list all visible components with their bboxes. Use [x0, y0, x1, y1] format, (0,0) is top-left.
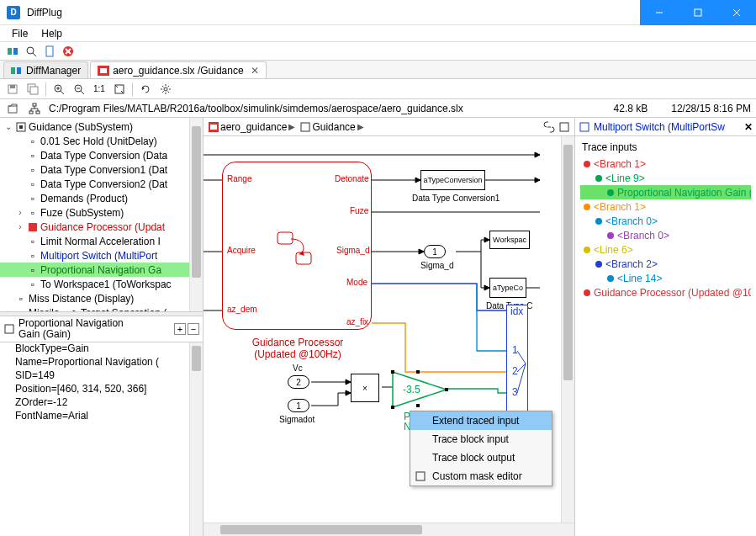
- tree-item[interactable]: ▫Demands (Product): [0, 191, 203, 205]
- block-sigma-d-port[interactable]: 1: [424, 245, 446, 258]
- block-dtc[interactable]: aTypeConversion: [420, 170, 485, 190]
- properties-header: Proportional Navigation Gain (Gain) + −: [0, 316, 203, 342]
- tree-root[interactable]: ⌄ Guidance (SubSystem): [0, 119, 203, 134]
- block-label: Data Type Conversion1: [412, 194, 500, 203]
- document-icon[interactable]: [42, 44, 57, 59]
- property-row[interactable]: SID=149: [0, 369, 203, 383]
- expand-all-button[interactable]: +: [174, 323, 186, 335]
- ctx-custom-mask-editor[interactable]: Custom mask editor: [410, 467, 552, 486]
- svg-rect-43: [36, 111, 40, 114]
- trace-row[interactable]: <Branch 1>: [580, 199, 751, 214]
- property-row[interactable]: FontName=Arial: [0, 410, 203, 423]
- open-file-icon[interactable]: [5, 101, 20, 116]
- trace-label: <Branch 0>: [617, 230, 669, 241]
- ctx-trace-block-input[interactable]: Trace block input: [410, 430, 552, 448]
- collapse-all-button[interactable]: −: [188, 323, 199, 335]
- trace-row[interactable]: <Line 9>: [580, 171, 751, 185]
- diagram-canvas[interactable]: Guidance Processor(Updated @100Hz) Range…: [204, 136, 574, 521]
- trace-row[interactable]: <Line 14>: [580, 271, 751, 285]
- tree-item[interactable]: ▫Data Type Conversion (Data: [0, 148, 203, 162]
- trace-dot-icon: [584, 204, 590, 210]
- tree-item-multiport-switch[interactable]: ▫Multiport Switch (MultiPort: [0, 248, 203, 263]
- tree-item[interactable]: ▫Data Type Conversion1 (Dat: [0, 162, 203, 177]
- tree-item[interactable]: ▫Limit Normal Acceleration I: [0, 234, 203, 248]
- refresh-icon[interactable]: [138, 82, 153, 97]
- svg-rect-41: [33, 103, 36, 106]
- zoom-reset-icon[interactable]: 1:1: [92, 82, 107, 97]
- close-icon[interactable]: ✕: [744, 121, 753, 133]
- tree-item[interactable]: ▫To Workspace1 (ToWorkspac: [0, 277, 203, 291]
- trace-row[interactable]: <Line 6>: [580, 242, 751, 257]
- cancel-icon[interactable]: [61, 44, 76, 59]
- save-icon[interactable]: [5, 82, 20, 97]
- block-multiport-switch[interactable]: idx 123: [506, 305, 528, 414]
- chevron-right-icon[interactable]: ›: [15, 222, 25, 231]
- tab-close-icon[interactable]: ✕: [251, 65, 259, 77]
- property-row[interactable]: BlockType=Gain: [0, 342, 203, 356]
- block-icon: ▫: [27, 136, 39, 146]
- tree-scrollbar[interactable]: [189, 118, 203, 311]
- save-all-icon[interactable]: [25, 82, 40, 97]
- tree-item-proportional-nav[interactable]: ▫Proportional Navigation Ga: [0, 263, 203, 277]
- canvas-h-scrollbar[interactable]: [204, 523, 574, 536]
- tree-item[interactable]: ›▫Missile ---> Target Separation (: [0, 305, 203, 311]
- property-row[interactable]: ZOrder=-12: [0, 396, 203, 410]
- chevron-right-icon[interactable]: ›: [3, 308, 13, 311]
- tree-item[interactable]: ▫Data Type Conversion2 (Dat: [0, 177, 203, 191]
- trace-row[interactable]: <Branch 2>: [580, 257, 751, 271]
- block-vc-port[interactable]: 2: [288, 375, 309, 389]
- tree-item-guidance-processor[interactable]: ›Guidance Processor (Updat: [0, 220, 203, 234]
- trace-row[interactable]: <Branch 0>: [580, 214, 751, 228]
- chevron-down-icon[interactable]: ⌄: [3, 122, 13, 131]
- zoom-in-icon[interactable]: [51, 82, 66, 97]
- block-icon: ▫: [27, 265, 39, 275]
- tab-guidance[interactable]: aero_guidance.slx /Guidance ✕: [90, 61, 266, 78]
- properties-list: BlockType=Gain Name=Proportional Navigat…: [0, 342, 203, 536]
- pin-icon[interactable]: [558, 120, 571, 134]
- svg-text:idx: idx: [510, 305, 523, 317]
- menu-help[interactable]: Help: [34, 26, 69, 41]
- canvas-v-scrollbar[interactable]: [561, 136, 574, 523]
- window-close-button[interactable]: [717, 0, 756, 25]
- breadcrumb-bar: aero_guidance▶ Guidance▶: [204, 118, 574, 136]
- breadcrumb-sub[interactable]: Guidance▶: [299, 121, 365, 133]
- diff-icon[interactable]: [5, 44, 20, 59]
- ctx-extend-traced-input[interactable]: Extend traced input: [410, 411, 552, 430]
- block-icon: [579, 121, 590, 133]
- block-sigmadot-port[interactable]: 1: [288, 399, 309, 412]
- link-icon[interactable]: [542, 120, 556, 134]
- chevron-right-icon[interactable]: ›: [15, 208, 25, 217]
- tab-diffmanager[interactable]: DiffManager: [3, 61, 88, 78]
- properties-scrollbar[interactable]: [189, 342, 203, 536]
- property-row[interactable]: Position=[460, 314, 520, 366]: [0, 383, 203, 396]
- block-dtc2[interactable]: aTypeCo: [489, 278, 526, 298]
- model-tree: ⌄ Guidance (SubSystem) ▫0.01 Sec Hold (U…: [0, 118, 203, 311]
- trace-row[interactable]: Guidance Processor (Updated @10: [580, 285, 751, 300]
- tree-item[interactable]: ▫0.01 Sec Hold (UnitDelay): [0, 134, 203, 148]
- svg-rect-97: [445, 388, 448, 391]
- tree-item[interactable]: ›▫Fuze (SubSystem): [0, 205, 203, 220]
- trace-label: <Branch 2>: [605, 258, 658, 270]
- block-toworkspace[interactable]: Workspac: [489, 231, 530, 249]
- trace-row[interactable]: Proportional Navigation Gain (: [580, 185, 751, 199]
- block-gain[interactable]: -3.5: [391, 370, 450, 412]
- tree-item[interactable]: ▫Miss Distance (Display): [0, 291, 203, 305]
- window-minimize-button[interactable]: [640, 0, 679, 25]
- zoom-fit-icon[interactable]: [112, 82, 127, 97]
- trace-label: <Line 6>: [594, 244, 633, 256]
- ctx-trace-block-output[interactable]: Trace block output: [410, 448, 552, 467]
- window-maximize-button[interactable]: [679, 0, 717, 25]
- svg-rect-8: [46, 46, 53, 56]
- breadcrumb-root[interactable]: aero_guidance▶: [207, 121, 297, 133]
- trace-row[interactable]: <Branch 0>: [580, 228, 751, 242]
- search-icon[interactable]: [24, 44, 39, 59]
- trace-row[interactable]: <Branch 1>: [580, 157, 751, 171]
- hierarchy-icon[interactable]: [27, 101, 42, 116]
- settings-icon[interactable]: [158, 82, 173, 97]
- block-product[interactable]: ×: [351, 374, 379, 402]
- menu-file[interactable]: File: [5, 26, 34, 41]
- port-label: az_dem: [227, 305, 257, 314]
- zoom-out-icon[interactable]: [71, 82, 87, 97]
- property-row[interactable]: Name=Proportional Navigation (: [0, 356, 203, 369]
- editor-toolbar: 1:1: [0, 79, 756, 99]
